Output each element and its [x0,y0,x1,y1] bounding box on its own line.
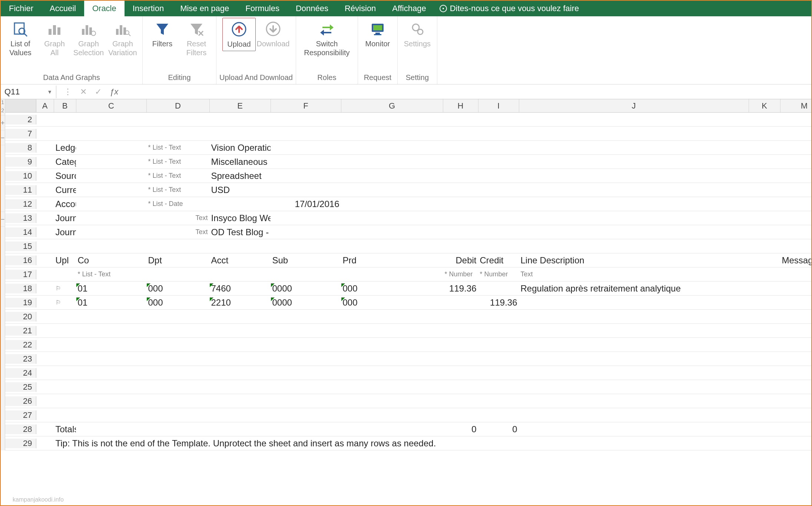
table-row[interactable]: 7 [5,127,812,141]
cell[interactable]: Totals: [54,424,76,435]
table-row[interactable]: 29Tip: This is not the end of the Templa… [5,436,812,450]
table-row[interactable]: 24 [5,366,812,380]
row-number[interactable]: 15 [5,242,36,251]
table-row[interactable]: 19⚐0100022100000000119.36 [5,296,812,310]
col-F[interactable]: F [271,99,341,112]
cell[interactable]: Text [147,228,210,236]
cell[interactable]: * List - Text [147,158,210,166]
cell[interactable]: * Number [478,270,519,278]
cell[interactable]: 119.36 [478,297,519,308]
cell[interactable]: Messages [780,255,812,266]
cell[interactable]: 0000 [271,283,341,294]
filters-button[interactable]: Filters [146,18,179,50]
cell[interactable]: USD [210,185,271,195]
cell[interactable]: * Number [443,270,478,278]
formula-options-icon[interactable]: ⋮ [64,87,72,97]
monitor-button[interactable]: Monitor [361,18,394,50]
cell[interactable]: Dpt [147,255,210,266]
name-box[interactable]: Q11 ▼ [1,86,56,98]
row-number[interactable]: 2 [5,115,36,124]
cell[interactable]: 7460 [210,283,271,294]
cell[interactable]: Acct [210,255,271,266]
cell[interactable]: 000 [341,283,443,294]
select-all-corner[interactable] [5,99,36,112]
table-row[interactable]: 12Accounting Date* List - Date17/01/2016 [5,197,812,211]
table-row[interactable]: 15 [5,239,812,253]
col-J[interactable]: J [519,99,749,112]
cell[interactable]: * List - Text [76,270,147,278]
col-I[interactable]: I [478,99,519,112]
row-number[interactable]: 8 [5,143,36,153]
tab-insertion[interactable]: Insertion [125,1,172,16]
tab-accueil[interactable]: Accueil [42,1,84,16]
cell[interactable]: * List - Text [147,144,210,152]
row-number[interactable]: 24 [5,368,36,378]
table-row[interactable]: 10Source* List - TextSpreadsheet [5,169,812,183]
cell[interactable]: 000 [341,297,443,308]
table-row[interactable]: 25 [5,380,812,394]
table-row[interactable]: 20 [5,310,812,324]
cell[interactable]: 119.36 [443,283,478,294]
table-row[interactable]: 11Currency* List - TextUSD [5,183,812,197]
table-row[interactable]: 28Totals:00 [5,422,812,436]
col-C[interactable]: C [76,99,147,112]
cell[interactable]: Credit [478,255,519,266]
row-number[interactable]: 16 [5,256,36,265]
cell[interactable]: Journal Description [54,213,76,223]
col-A[interactable]: A [36,99,54,112]
cell[interactable]: Category [54,157,76,167]
row-number[interactable]: 29 [5,439,36,448]
row-number[interactable]: 9 [5,157,36,167]
cell[interactable]: Tip: This is not the end of the Template… [54,438,76,449]
cell[interactable]: 17/01/2016 [271,199,341,209]
row-number[interactable]: 10 [5,171,36,181]
row-number[interactable]: 13 [5,213,36,223]
row-number[interactable]: 20 [5,312,36,322]
switch-responsibility-button[interactable]: SwitchResponsibility [299,18,355,59]
graph-selection-button[interactable]: GraphSelection [72,18,105,59]
outline-gutter[interactable]: 12 + − − [1,99,5,450]
cell[interactable]: Vision Operations (USA) [210,143,271,153]
cell[interactable]: Text [519,270,749,278]
cell[interactable]: 0000 [271,297,341,308]
row-number[interactable]: 17 [5,270,36,279]
cell[interactable]: Line Description [519,255,749,266]
table-row[interactable]: 9Category* List - TextMiscellaneous [5,155,812,169]
row-number[interactable]: 23 [5,354,36,364]
cell[interactable]: Co [76,255,147,266]
graph-variation-button[interactable]: GraphVariation [106,18,139,59]
cell[interactable]: ⚐ [54,299,76,306]
table-row[interactable]: 14Journal ReferenceTextOD Test Blog - Re… [5,225,812,239]
col-G[interactable]: G [341,99,443,112]
cell[interactable]: Miscellaneous [210,157,271,167]
tell-me-search[interactable]: Dites-nous ce que vous voulez faire [434,1,584,16]
tab-affichage[interactable]: Affichage [384,1,434,16]
cell[interactable]: Journal Reference [54,227,76,237]
cell[interactable]: Regulation après retraitement analytique [519,283,749,294]
cell[interactable]: OD Test Blog - Reel [210,227,271,237]
settings-button[interactable]: Settings [401,18,434,50]
tab-formules[interactable]: Formules [237,1,288,16]
tab-oracle[interactable]: Oracle [84,1,125,16]
upload-button[interactable]: Upload [222,18,256,51]
list-of-values-button[interactable]: List ofValues [4,18,37,59]
cell[interactable]: Spreadsheet [210,171,271,181]
cell[interactable]: Insyco Blog WebADI OD [210,213,271,223]
row-number[interactable]: 14 [5,227,36,237]
cell[interactable]: 0 [478,424,519,435]
row-number[interactable]: 7 [5,129,36,139]
table-row[interactable]: 21 [5,324,812,338]
row-number[interactable]: 19 [5,298,36,307]
cell[interactable]: Debit [443,255,478,266]
table-row[interactable]: 22 [5,338,812,352]
cell[interactable]: Sub [271,255,341,266]
reset-filters-button[interactable]: ResetFilters [180,18,213,59]
cell[interactable]: ⚐ [54,285,76,292]
cell[interactable]: Upl [54,255,76,266]
cell[interactable]: Prd [341,255,443,266]
col-M[interactable]: M [780,99,812,112]
tab-revision[interactable]: Révision [337,1,384,16]
row-number[interactable]: 25 [5,382,36,392]
cell[interactable]: 0 [443,424,478,435]
cell[interactable]: 01 [76,283,147,294]
